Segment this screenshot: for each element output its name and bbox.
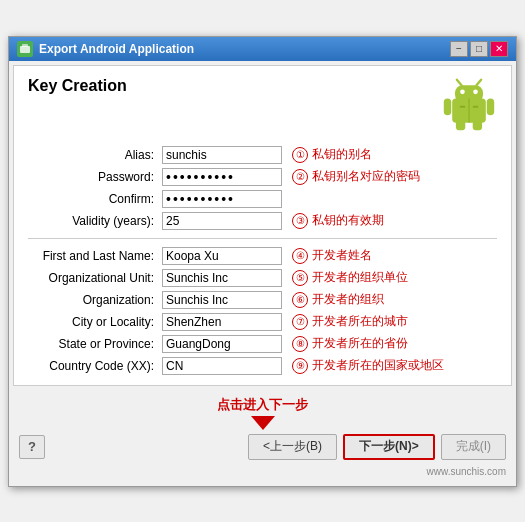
country-label: Country Code (XX): — [28, 355, 158, 377]
help-button[interactable]: ? — [19, 435, 45, 459]
name-input[interactable] — [162, 247, 282, 265]
app-window: Export Android Application − □ ✕ Key Cre… — [8, 36, 517, 487]
city-note: ⑦ 开发者所在的城市 — [288, 311, 497, 333]
org-note: ⑥ 开发者的组织 — [288, 289, 497, 311]
watermark: www.sunchis.com — [427, 466, 506, 477]
org-unit-note: ⑤ 开发者的组织单位 — [288, 267, 497, 289]
org-unit-row: Organizational Unit: ⑤ 开发者的组织单位 — [28, 267, 497, 289]
password-input-cell — [158, 166, 288, 188]
title-bar-left: Export Android Application — [17, 41, 194, 57]
android-robot-icon — [441, 76, 497, 132]
city-input[interactable] — [162, 313, 282, 331]
confirm-input-cell — [158, 188, 288, 210]
svg-point-5 — [473, 89, 478, 94]
title-bar-buttons: − □ ✕ — [450, 41, 508, 57]
city-input-cell — [158, 311, 288, 333]
note-circle-8: ⑧ — [292, 336, 308, 352]
svg-rect-14 — [473, 105, 479, 107]
org-row: Organization: ⑥ 开发者的组织 — [28, 289, 497, 311]
title-bar: Export Android Application − □ ✕ — [9, 37, 516, 61]
state-note: ⑧ 开发者所在的省份 — [288, 333, 497, 355]
nav-buttons: <上一步(B) 下一步(N)> 完成(I) — [248, 434, 506, 460]
country-input[interactable] — [162, 357, 282, 375]
org-unit-note-text: 开发者的组织单位 — [312, 269, 408, 286]
alias-input-cell — [158, 144, 288, 166]
arrow-hint: 点击进入下一步 — [217, 396, 308, 430]
alias-note: ① 私钥的别名 — [288, 144, 497, 166]
svg-rect-0 — [20, 46, 30, 53]
validity-label: Validity (years): — [28, 210, 158, 232]
confirm-note — [288, 188, 497, 210]
country-note: ⑨ 开发者所在的国家或地区 — [288, 355, 497, 377]
page-title: Key Creation — [28, 76, 127, 97]
note-circle-3: ③ — [292, 213, 308, 229]
confirm-row: Confirm: — [28, 188, 497, 210]
personal-form-table: First and Last Name: ④ 开发者姓名 Organizatio… — [28, 245, 497, 377]
svg-rect-1 — [22, 44, 28, 47]
name-note: ④ 开发者姓名 — [288, 245, 497, 267]
svg-rect-13 — [460, 105, 466, 107]
alias-label: Alias: — [28, 144, 158, 166]
back-button[interactable]: <上一步(B) — [248, 434, 337, 460]
city-label: City or Locality: — [28, 311, 158, 333]
state-row: State or Province: ⑧ 开发者所在的省份 — [28, 333, 497, 355]
confirm-label: Confirm: — [28, 188, 158, 210]
note-circle-2: ② — [292, 169, 308, 185]
org-note-text: 开发者的组织 — [312, 291, 384, 308]
section-header: Key Creation — [28, 76, 497, 132]
state-input-cell — [158, 333, 288, 355]
svg-line-7 — [476, 79, 481, 85]
validity-input-cell — [158, 210, 288, 232]
window-title: Export Android Application — [39, 42, 194, 56]
alias-row: Alias: ① 私钥的别名 — [28, 144, 497, 166]
form-divider — [28, 238, 497, 239]
city-row: City or Locality: ⑦ 开发者所在的城市 — [28, 311, 497, 333]
password-row: Password: ② 私钥别名对应的密码 — [28, 166, 497, 188]
org-input-cell — [158, 289, 288, 311]
name-input-cell — [158, 245, 288, 267]
country-input-cell — [158, 355, 288, 377]
svg-line-6 — [457, 79, 462, 85]
name-label: First and Last Name: — [28, 245, 158, 267]
validity-input[interactable] — [162, 212, 282, 230]
minimize-button[interactable]: − — [450, 41, 468, 57]
svg-rect-11 — [473, 120, 482, 129]
finish-button[interactable]: 完成(I) — [441, 434, 506, 460]
close-button[interactable]: ✕ — [490, 41, 508, 57]
arrow-down-icon — [251, 416, 275, 430]
validity-note: ③ 私钥的有效期 — [288, 210, 497, 232]
name-row: First and Last Name: ④ 开发者姓名 — [28, 245, 497, 267]
org-input[interactable] — [162, 291, 282, 309]
city-note-text: 开发者所在的城市 — [312, 313, 408, 330]
svg-rect-10 — [456, 120, 465, 129]
country-row: Country Code (XX): ⑨ 开发者所在的国家或地区 — [28, 355, 497, 377]
note-circle-4: ④ — [292, 248, 308, 264]
org-unit-input[interactable] — [162, 269, 282, 287]
password-label: Password: — [28, 166, 158, 188]
svg-rect-8 — [444, 98, 451, 115]
state-input[interactable] — [162, 335, 282, 353]
footer: 点击进入下一步 ? <上一步(B) 下一步(N)> 完成(I) www.sunc… — [9, 390, 516, 486]
password-input[interactable] — [162, 168, 282, 186]
note-circle-1: ① — [292, 147, 308, 163]
alias-note-text: 私钥的别名 — [312, 146, 372, 163]
note-circle-6: ⑥ — [292, 292, 308, 308]
restore-button[interactable]: □ — [470, 41, 488, 57]
password-note: ② 私钥别名对应的密码 — [288, 166, 497, 188]
state-note-text: 开发者所在的省份 — [312, 335, 408, 352]
note-circle-5: ⑤ — [292, 270, 308, 286]
name-note-text: 开发者姓名 — [312, 247, 372, 264]
country-note-text: 开发者所在的国家或地区 — [312, 357, 444, 374]
validity-row: Validity (years): ③ 私钥的有效期 — [28, 210, 497, 232]
org-unit-input-cell — [158, 267, 288, 289]
hint-text: 点击进入下一步 — [217, 396, 308, 414]
note-circle-7: ⑦ — [292, 314, 308, 330]
svg-rect-9 — [487, 98, 494, 115]
confirm-input[interactable] — [162, 190, 282, 208]
svg-point-4 — [460, 89, 465, 94]
validity-note-text: 私钥的有效期 — [312, 212, 384, 229]
app-icon — [17, 41, 33, 57]
next-button[interactable]: 下一步(N)> — [343, 434, 435, 460]
state-label: State or Province: — [28, 333, 158, 355]
alias-input[interactable] — [162, 146, 282, 164]
